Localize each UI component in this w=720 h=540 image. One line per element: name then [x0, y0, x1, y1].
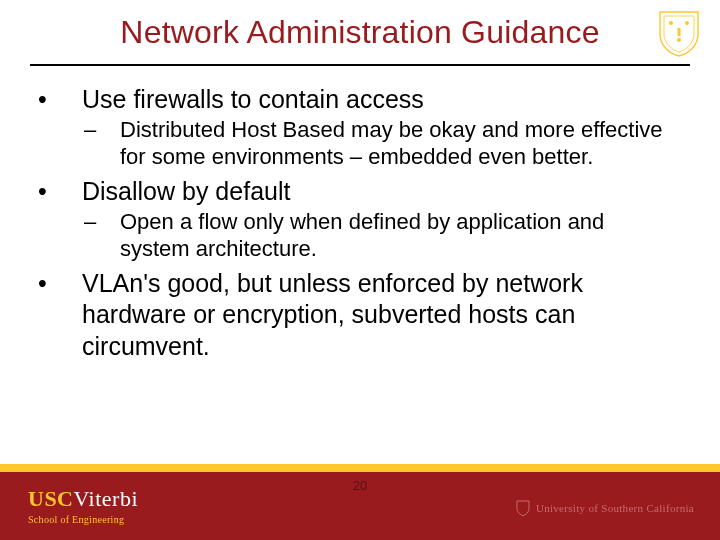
svg-point-2: [677, 38, 681, 42]
bullet-2: •Disallow by default: [60, 176, 680, 207]
university-text: University of Southern California: [536, 502, 694, 514]
logo-viterbi-text: Viterbi: [74, 486, 139, 511]
bullet-2-sub-1: –Open a flow only when defined by applic…: [60, 209, 680, 262]
usc-viterbi-logo: USCViterbi School of Engineering: [28, 486, 138, 525]
logo-school-text: School of Engineering: [28, 514, 138, 525]
bullet-2-sub-1-text: Open a flow only when defined by applica…: [120, 209, 604, 260]
logo-usc-text: USC: [28, 486, 74, 511]
dash-icon: –: [102, 209, 120, 235]
svg-rect-3: [678, 28, 681, 36]
bullet-dot-icon: •: [60, 268, 82, 299]
bullet-dot-icon: •: [60, 84, 82, 115]
svg-point-1: [685, 21, 689, 25]
content-area: •Use firewalls to contain access –Distri…: [60, 80, 680, 362]
title-divider: [30, 64, 690, 66]
bullet-1-sub-1: –Distributed Host Based may be okay and …: [60, 117, 680, 170]
bullet-1-sub-1-text: Distributed Host Based may be okay and m…: [120, 117, 663, 168]
title-row: Network Administration Guidance: [0, 14, 720, 51]
logo-line1: USCViterbi: [28, 486, 138, 512]
bullet-3-text: VLAn's good, but unless enforced by netw…: [82, 269, 583, 360]
bullet-dot-icon: •: [60, 176, 82, 207]
bullet-3: •VLAn's good, but unless enforced by net…: [60, 268, 680, 362]
dash-icon: –: [102, 117, 120, 143]
usc-shield-icon: [658, 10, 700, 58]
page-number: 20: [353, 478, 367, 493]
bullet-1-text: Use firewalls to contain access: [82, 85, 424, 113]
slide: Network Administration Guidance •Use fir…: [0, 0, 720, 540]
gold-strip: [0, 464, 720, 472]
page-title: Network Administration Guidance: [120, 14, 599, 51]
bullet-1: •Use firewalls to contain access: [60, 84, 680, 115]
mini-shield-icon: [516, 500, 530, 516]
university-mark: University of Southern California: [516, 500, 694, 516]
footer-bar: USCViterbi School of Engineering 20 Univ…: [0, 472, 720, 540]
svg-point-0: [669, 21, 673, 25]
bullet-2-text: Disallow by default: [82, 177, 290, 205]
